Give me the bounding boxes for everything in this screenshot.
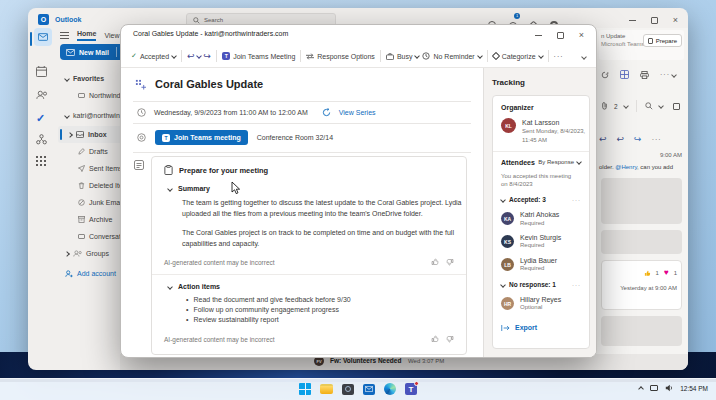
reply-icon[interactable]: ↩ xyxy=(599,134,607,144)
reply-button[interactable]: ↩ xyxy=(187,51,201,61)
grid-view-icon[interactable] xyxy=(620,70,629,79)
display-tray-icon[interactable] xyxy=(650,385,658,391)
reply-all-icon[interactable]: ↩ xyxy=(617,134,625,144)
like-reaction-icon[interactable] xyxy=(644,270,651,277)
rail-mail-icon[interactable] xyxy=(34,28,52,46)
reminder-button[interactable]: No Reminder xyxy=(422,52,481,60)
rail-people-icon[interactable] xyxy=(36,90,48,100)
accepted-group-toggle[interactable]: Accepted: 3 xyxy=(501,196,546,203)
tracking-title: Tracking xyxy=(492,78,590,87)
attendee-row[interactable]: KS Kevin SturgisRequired xyxy=(501,233,581,250)
dialog-minimize-icon[interactable] xyxy=(535,35,542,36)
response-options-button[interactable]: Response Options xyxy=(306,53,375,60)
folder-label: Drafts xyxy=(89,148,108,155)
no-response-group-toggle[interactable]: No response: 1 xyxy=(501,281,556,288)
inbox-icon xyxy=(76,131,84,138)
edge-browser-icon[interactable] xyxy=(384,383,396,395)
categorize-button[interactable]: Categorize xyxy=(493,53,543,60)
zoom-icon[interactable] xyxy=(645,102,653,110)
message-footer-time: Yesterday at 9:00 AM xyxy=(620,285,677,291)
chevron-down-icon[interactable] xyxy=(623,103,629,109)
selection-indicator xyxy=(60,129,62,140)
summary-section-toggle[interactable]: Summary xyxy=(168,185,454,192)
action-items-toggle[interactable]: Action items xyxy=(168,283,454,290)
attendee-role: Required xyxy=(520,220,559,228)
tab-home[interactable]: Home xyxy=(77,30,96,41)
join-teams-meeting-button[interactable]: TJoin Teams Meeting xyxy=(222,52,295,60)
dialog-maximize-icon[interactable] xyxy=(557,32,564,39)
attendee-role: Required xyxy=(520,265,557,273)
outlook-taskbar-icon[interactable] xyxy=(363,384,375,395)
folder-label: Add account xyxy=(77,270,116,277)
teams-taskbar-icon[interactable]: T xyxy=(405,383,417,395)
archive-icon xyxy=(78,216,85,223)
thumbs-up-icon[interactable] xyxy=(431,258,439,266)
message-card[interactable]: 1 ♥ 1 Yesterday at 9:00 AM xyxy=(601,260,682,310)
start-button-icon[interactable] xyxy=(299,383,311,395)
summary-paragraph: The team is getting together to discuss … xyxy=(182,198,467,220)
export-label: Export xyxy=(515,324,537,331)
groups-icon xyxy=(73,250,82,257)
print-icon[interactable] xyxy=(640,71,649,79)
folder-label: Groups xyxy=(86,250,109,257)
hamburger-menu-icon[interactable] xyxy=(60,32,69,39)
notification-badge: 1 xyxy=(514,13,520,19)
forward-button[interactable]: ↪ xyxy=(204,51,212,61)
appointment-icon xyxy=(135,79,146,90)
more-options-icon[interactable]: ··· xyxy=(660,71,670,78)
new-mail-label: New Mail xyxy=(79,49,109,56)
chevron-down-icon xyxy=(64,76,70,82)
prepare-title: Prepare for your meeting xyxy=(179,166,268,175)
list-item[interactable]: n Update Microsoft Teams M Prepare xyxy=(599,30,684,60)
thumbs-up-icon[interactable] xyxy=(431,335,439,343)
attachment-count[interactable]: 2 xyxy=(614,103,618,110)
attendee-row[interactable]: LB Lydia BauerRequired xyxy=(501,256,581,273)
meeting-main: Coral Gables Update Wednesday, 9/9/2023 … xyxy=(121,68,483,357)
dialog-close-icon[interactable]: × xyxy=(579,32,584,39)
group-more-icon[interactable]: ··· xyxy=(572,282,581,288)
bullet: • xyxy=(186,296,188,303)
photos-app-icon[interactable] xyxy=(342,384,354,395)
more-icon[interactable]: ··· xyxy=(652,136,662,143)
sync-icon[interactable] xyxy=(601,71,609,79)
window-close-icon[interactable]: × xyxy=(673,17,678,24)
folder-icon xyxy=(78,93,85,98)
chevron-down-icon[interactable] xyxy=(658,103,664,109)
organizer-name[interactable]: Kat Larsson xyxy=(522,118,588,127)
volume-tray-icon[interactable] xyxy=(665,384,673,392)
collapsed-message[interactable] xyxy=(601,230,682,254)
view-series-link[interactable]: View Series xyxy=(339,109,376,116)
collapsed-message[interactable] xyxy=(601,178,682,224)
thumbs-down-icon[interactable] xyxy=(446,258,454,266)
clock-tray[interactable]: 12:54 PM xyxy=(680,385,708,392)
tray-expand-icon[interactable] xyxy=(638,386,644,392)
heart-reaction-icon[interactable]: ♥ xyxy=(664,269,669,277)
file-explorer-icon[interactable] xyxy=(320,384,333,394)
email-subject[interactable]: Fw: Volunteers Needed xyxy=(330,357,401,364)
toolbar-more-button[interactable]: ··· xyxy=(554,53,564,60)
join-teams-meeting-cta[interactable]: T Join Teams meeting xyxy=(155,130,248,145)
by-response-dropdown[interactable]: By Response xyxy=(538,159,581,165)
rail-todo-icon[interactable]: ✓ xyxy=(36,112,45,125)
rail-apps-icon[interactable] xyxy=(36,156,46,166)
tab-view[interactable]: View xyxy=(104,32,119,39)
window-minimize-icon[interactable] xyxy=(629,20,636,21)
accepted-button[interactable]: ✓Accepted xyxy=(131,52,176,60)
group-more-icon[interactable]: ··· xyxy=(572,197,581,203)
export-link[interactable]: Export xyxy=(501,324,581,332)
open-in-window-icon[interactable] xyxy=(673,103,680,110)
busy-status-button[interactable]: Busy xyxy=(386,53,420,60)
rail-calendar-icon[interactable] xyxy=(36,66,47,77)
attendee-row[interactable]: HR Hillary ReyesOptional xyxy=(501,295,581,312)
toolbar-collapse-icon[interactable] xyxy=(581,54,587,60)
mention-link[interactable]: @Henry xyxy=(615,164,637,170)
notes-icon xyxy=(134,160,144,170)
window-maximize-icon[interactable] xyxy=(651,17,658,24)
collapsed-message[interactable] xyxy=(601,316,682,346)
prepare-button[interactable]: Prepare xyxy=(643,34,682,47)
rail-org-icon[interactable] xyxy=(36,134,47,145)
attendee-row[interactable]: KA Katri AhokasRequired xyxy=(501,210,581,227)
chevron-down-icon xyxy=(415,53,421,59)
forward-icon[interactable]: ↪ xyxy=(634,134,642,144)
thumbs-down-icon[interactable] xyxy=(446,335,454,343)
